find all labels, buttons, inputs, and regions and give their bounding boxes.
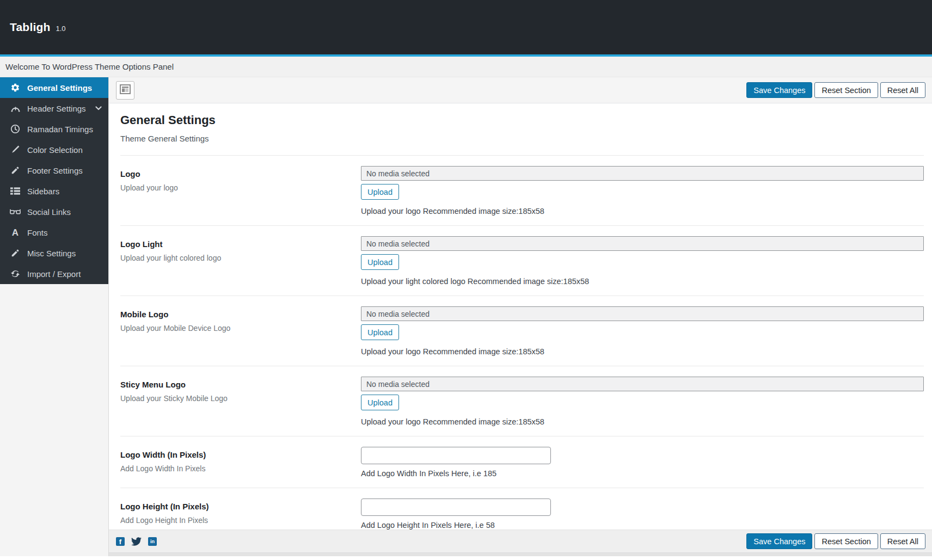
panel-toggle-button[interactable] [116, 81, 134, 100]
logo-width-input[interactable] [361, 447, 551, 464]
sidebar-item-label: General Settings [27, 83, 92, 93]
field-row-logo-light: Logo Light Upload your light colored log… [120, 225, 924, 296]
main-layout: General Settings Header Settings Ramadan… [0, 77, 932, 556]
field-control: Add Logo Height In Pixels Here, i.e 58 [361, 499, 924, 530]
sidebar-item-header-settings[interactable]: Header Settings [0, 98, 108, 119]
letter-a-icon: A [10, 227, 21, 238]
field-sublabel: Upload your Mobile Device Logo [120, 324, 361, 333]
sidebar-item-fonts[interactable]: A Fonts [0, 222, 108, 243]
logo-light-media-input[interactable] [361, 236, 924, 251]
reset-all-button[interactable]: Reset All [880, 82, 925, 98]
field-control: Upload Upload your logo Recommended imag… [361, 377, 924, 426]
field-sublabel: Upload your Sticky Mobile Logo [120, 394, 361, 403]
field-row-logo-width: Logo Width (In Pixels) Add Logo Width In… [120, 436, 924, 488]
pencil-icon [10, 248, 21, 259]
letter-a-glyph: A [12, 228, 19, 237]
field-info: Logo Height (In Pixels) Add Logo Height … [120, 499, 361, 530]
twitter-icon[interactable] [131, 537, 142, 546]
social-links: f in [116, 537, 157, 546]
mobile-logo-upload-button[interactable]: Upload [361, 324, 399, 340]
linkedin-glyph: in [150, 539, 155, 544]
sidebar-item-label: Misc Settings [27, 249, 76, 258]
sidebar-item-footer-settings[interactable]: Footer Settings [0, 160, 108, 181]
field-info: Sticy Menu Logo Upload your Sticky Mobil… [120, 377, 361, 426]
app-title: Tabligh [10, 21, 51, 34]
footer-actions: Save Changes Reset Section Reset All [746, 533, 925, 549]
field-label: Mobile Logo [120, 310, 361, 319]
sticky-menu-logo-media-input[interactable] [361, 377, 924, 391]
field-info: Mobile Logo Upload your Mobile Device Lo… [120, 306, 361, 356]
dashboard-icon [10, 103, 21, 114]
save-changes-button[interactable]: Save Changes [746, 82, 812, 98]
field-sublabel: Add Logo Height In Pixels [120, 516, 361, 525]
field-control: Upload Upload your logo Recommended imag… [361, 166, 924, 216]
sidebar-item-ramadan-timings[interactable]: Ramadan Timings [0, 119, 108, 139]
page-head: General Settings Theme General Settings [120, 103, 924, 155]
field-control: Upload Upload your light colored logo Re… [361, 236, 924, 286]
sidebar-item-label: Color Selection [27, 145, 83, 155]
field-row-logo-height: Logo Height (In Pixels) Add Logo Height … [120, 488, 924, 530]
field-label: Logo Width (In Pixels) [120, 450, 361, 459]
logo-upload-button[interactable]: Upload [361, 184, 399, 200]
logo-height-input[interactable] [361, 499, 551, 516]
settings-content: General Settings Theme General Settings … [109, 103, 932, 530]
field-label: Sticy Menu Logo [120, 380, 361, 389]
field-info: Logo Width (In Pixels) Add Logo Width In… [120, 447, 361, 478]
welcome-text: Welcome To WordPress Theme Options Panel [5, 62, 174, 71]
toolbar-actions: Save Changes Reset Section Reset All [746, 82, 925, 98]
gear-icon [10, 82, 21, 93]
app-version: 1.0 [56, 24, 66, 33]
reset-section-button[interactable]: Reset Section [814, 82, 878, 98]
sidebar-item-import-export[interactable]: Import / Export [0, 263, 108, 284]
field-row-mobile-logo: Mobile Logo Upload your Mobile Device Lo… [120, 296, 924, 366]
welcome-bar: Welcome To WordPress Theme Options Panel [0, 57, 932, 77]
logo-light-upload-button[interactable]: Upload [361, 254, 399, 270]
reset-section-button-bottom[interactable]: Reset Section [814, 533, 878, 549]
sidebar-item-misc-settings[interactable]: Misc Settings [0, 243, 108, 263]
pencil-icon [10, 165, 21, 176]
bottom-band [109, 552, 932, 556]
sidebar-item-social-links[interactable]: Social Links [0, 201, 108, 222]
app-header: Tabligh 1.0 [0, 0, 932, 54]
field-row-logo: Logo Upload your logo Upload Upload your… [120, 155, 924, 225]
glasses-icon [10, 206, 21, 217]
field-description: Add Logo Width In Pixels Here, i.e 185 [361, 469, 924, 478]
sticky-menu-logo-upload-button[interactable]: Upload [361, 395, 399, 410]
panel-toolbar: Save Changes Reset Section Reset All [109, 77, 932, 103]
facebook-glyph: f [119, 538, 121, 546]
sidebar-item-label: Sidebars [27, 187, 59, 196]
field-sublabel: Upload your logo [120, 183, 361, 192]
sidebar-item-label: Fonts [27, 228, 48, 237]
field-description: Upload your logo Recommended image size:… [361, 207, 924, 216]
page-subtitle: Theme General Settings [120, 134, 924, 143]
field-description: Upload your logo Recommended image size:… [361, 347, 924, 356]
brush-icon [10, 144, 21, 155]
panel-footer: f in Save Changes Reset Section Reset Al… [109, 530, 932, 552]
field-description: Add Logo Height In Pixels Here, i.e 58 [361, 521, 924, 530]
save-changes-button-bottom[interactable]: Save Changes [746, 533, 812, 549]
sidebar-item-color-selection[interactable]: Color Selection [0, 139, 108, 160]
sidebar-item-sidebars[interactable]: Sidebars [0, 181, 108, 201]
mobile-logo-media-input[interactable] [361, 306, 924, 321]
main-panel: Save Changes Reset Section Reset All Gen… [109, 77, 932, 556]
sidebar-item-general-settings[interactable]: General Settings [0, 77, 108, 98]
sidebar-item-label: Footer Settings [27, 166, 83, 175]
page-title: General Settings [120, 113, 924, 127]
sidebar-item-label: Header Settings [27, 104, 86, 113]
sync-icon [10, 268, 21, 279]
field-control: Upload Upload your logo Recommended imag… [361, 306, 924, 356]
list-icon [10, 186, 21, 196]
field-label: Logo [120, 169, 361, 179]
logo-media-input[interactable] [361, 166, 924, 181]
field-description: Upload your light colored logo Recommend… [361, 277, 924, 286]
reset-all-button-bottom[interactable]: Reset All [880, 533, 925, 549]
facebook-icon[interactable]: f [116, 537, 125, 546]
field-sublabel: Add Logo Width In Pixels [120, 464, 361, 473]
linkedin-icon[interactable]: in [148, 537, 157, 546]
sidebar-item-label: Import / Export [27, 269, 81, 279]
sidebar-item-label: Ramadan Timings [27, 125, 93, 134]
field-row-sticky-menu-logo: Sticy Menu Logo Upload your Sticky Mobil… [120, 366, 924, 436]
sidebar: General Settings Header Settings Ramadan… [0, 77, 109, 556]
clock-icon [10, 124, 21, 134]
field-label: Logo Light [120, 239, 361, 249]
